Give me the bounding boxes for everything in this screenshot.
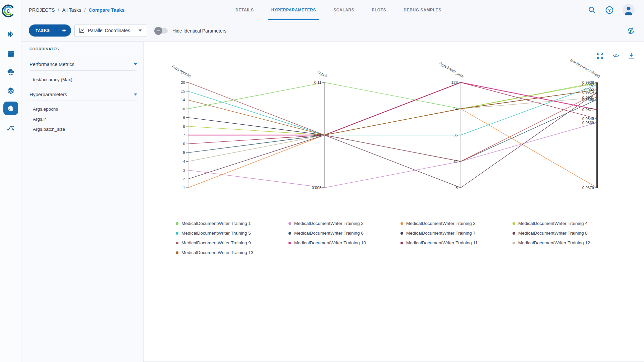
breadcrumb-separator: /	[58, 7, 59, 13]
legend-label: MedicalDocumentWriter Training 6	[294, 231, 364, 236]
brain-icon	[7, 104, 15, 112]
axis-tick-label: 0.9839	[582, 121, 594, 125]
coordinate-item-test-accuracy-max-[interactable]: test/accuracy (Max)	[33, 77, 72, 82]
breadcrumb-compare-tasks[interactable]: Compare Tasks	[89, 7, 124, 13]
coordinate-item-args-epochs[interactable]: Args.epochs	[33, 107, 58, 112]
chevron-down-icon	[139, 29, 142, 32]
axis-tick-label: 0.11	[314, 80, 322, 84]
legend-label: MedicalDocumentWriter Training 13	[181, 250, 253, 255]
axis-tick-label: 0.9679	[582, 186, 594, 190]
coordinate-item-args-batch-size[interactable]: Args.batch_size	[33, 127, 65, 132]
legend-item[interactable]: MedicalDocumentWriter Training 11	[400, 238, 513, 248]
section-label: Hyperparameters	[30, 92, 67, 97]
chevron-down-icon	[134, 63, 137, 65]
coordinates-panel-title: COORDINATES	[30, 47, 59, 51]
axis-tick-label: 10	[181, 107, 185, 111]
axis-tick-label: 8	[455, 186, 458, 190]
breadcrumb: PROJECTS / All Tasks / Compare Tasks	[29, 0, 124, 20]
series-line[interactable]	[188, 90, 597, 135]
legend-item[interactable]: MedicalDocumentWriter Training 10	[288, 238, 400, 248]
breadcrumb-separator: /	[84, 7, 86, 13]
legend-color-dot	[176, 251, 178, 254]
legend-label: MedicalDocumentWriter Training 7	[406, 231, 476, 236]
axis-tick-label: 36	[453, 133, 458, 137]
series-line[interactable]	[188, 123, 597, 188]
legend-item[interactable]: MedicalDocumentWriter Training 2	[288, 219, 400, 228]
axis-tick-label: 64	[453, 107, 458, 111]
chevron-down-icon	[134, 94, 137, 96]
axis-tick-label: 0.01	[314, 133, 321, 137]
legend-color-dot	[513, 242, 515, 244]
auto-refresh-icon[interactable]	[626, 26, 636, 36]
axis-tick-label: 4	[183, 160, 185, 164]
legend-item[interactable]: MedicalDocumentWriter Training 5	[176, 228, 288, 238]
view-type-dropdown[interactable]: Parallel Coordinates	[74, 24, 146, 37]
legend-color-dot	[176, 242, 178, 244]
svg-text:C: C	[7, 8, 10, 14]
axis-title: Args.epochs	[171, 64, 192, 78]
app-root: C	[0, 0, 644, 362]
axis-tick-label: 14	[181, 98, 185, 102]
legend-color-dot	[288, 232, 291, 235]
legend-item[interactable]: MedicalDocumentWriter Training 13	[176, 248, 288, 257]
search-icon[interactable]	[588, 6, 596, 14]
axis-tick-label: 8	[183, 124, 185, 128]
axis-tick-label: 0.005	[312, 186, 322, 190]
rail-item-queues[interactable]	[0, 46, 21, 61]
rail-item-pipelines[interactable]	[0, 121, 21, 135]
axis-title: Args.batch_size	[439, 61, 465, 78]
add-task-button[interactable]: +	[57, 24, 71, 37]
series-line[interactable]	[188, 90, 597, 135]
legend-color-dot	[288, 222, 291, 225]
tab-debug-samples[interactable]: DEBUG SAMPLES	[403, 0, 442, 20]
coordinate-item-args-lr[interactable]: Args.lr	[33, 117, 46, 122]
rail-item-projects-active[interactable]	[0, 101, 21, 116]
help-icon[interactable]: ?	[605, 6, 614, 14]
legend-item[interactable]: MedicalDocumentWriter Training 9	[176, 238, 288, 248]
breadcrumb-all-tasks[interactable]: All Tasks	[62, 7, 81, 13]
legend-item[interactable]: MedicalDocumentWriter Training 6	[288, 228, 400, 238]
legend-label: MedicalDocumentWriter Training 2	[294, 221, 364, 226]
legend-label: MedicalDocumentWriter Training 9	[181, 240, 251, 245]
clearml-logo-icon[interactable]: C	[2, 4, 15, 17]
rail-item-double-chevron[interactable]	[0, 27, 21, 42]
legend-item[interactable]: MedicalDocumentWriter Training 1	[176, 219, 288, 228]
breadcrumb-projects[interactable]: PROJECTS	[29, 7, 55, 13]
tab-details[interactable]: DETAILS	[235, 0, 255, 20]
axis-tick-label: 128	[451, 80, 458, 84]
section-performance-metrics[interactable]: Performance Metrics	[30, 61, 137, 68]
tab-hyperparameters[interactable]: HYPERPARAMETERS	[271, 0, 317, 20]
embed-code-icon[interactable]: </>	[613, 52, 619, 60]
user-avatar[interactable]	[623, 4, 635, 16]
axis-tick-label: 0.9914	[582, 90, 594, 94]
axis-tick-label: 1	[183, 186, 185, 190]
legend-item[interactable]: MedicalDocumentWriter Training 8	[513, 228, 635, 238]
legend-item[interactable]: MedicalDocumentWriter Training 4	[513, 219, 635, 228]
double-chevron-icon	[7, 30, 15, 38]
legend-color-dot	[400, 222, 403, 225]
coordinates-panel: COORDINATES Performance Metrics test/acc…	[21, 42, 144, 362]
series-line[interactable]	[188, 82, 597, 109]
legend-label: MedicalDocumentWriter Training 1	[181, 221, 251, 226]
section-hyperparameters[interactable]: Hyperparameters	[30, 91, 137, 98]
chart-legend: MedicalDocumentWriter Training 1MedicalD…	[176, 219, 635, 257]
series-line[interactable]	[188, 98, 597, 162]
rail-item-datasets[interactable]	[0, 83, 21, 98]
legend-label: MedicalDocumentWriter Training 10	[294, 240, 366, 245]
tab-plots[interactable]: PLOTS	[371, 0, 387, 20]
axis-tick-label: 0.9932	[582, 83, 594, 87]
series-line[interactable]	[188, 82, 597, 144]
legend-item[interactable]: MedicalDocumentWriter Training 7	[400, 228, 513, 238]
hide-identical-toggle[interactable]	[155, 28, 168, 34]
legend-item[interactable]: MedicalDocumentWriter Training 3	[400, 219, 513, 228]
maximize-icon[interactable]	[596, 52, 604, 60]
legend-item[interactable]: MedicalDocumentWriter Training 12	[513, 238, 635, 248]
axis-tick-label: 5	[183, 150, 185, 155]
tab-scalars[interactable]: SCALARS	[333, 0, 355, 20]
rail-item-workers[interactable]	[0, 65, 21, 80]
tasks-button[interactable]: TASKS	[29, 24, 57, 37]
legend-color-dot	[176, 232, 178, 235]
view-type-value: Parallel Coordinates	[88, 28, 130, 33]
download-icon[interactable]	[627, 52, 635, 60]
axis-tick-label: 3	[183, 168, 185, 172]
